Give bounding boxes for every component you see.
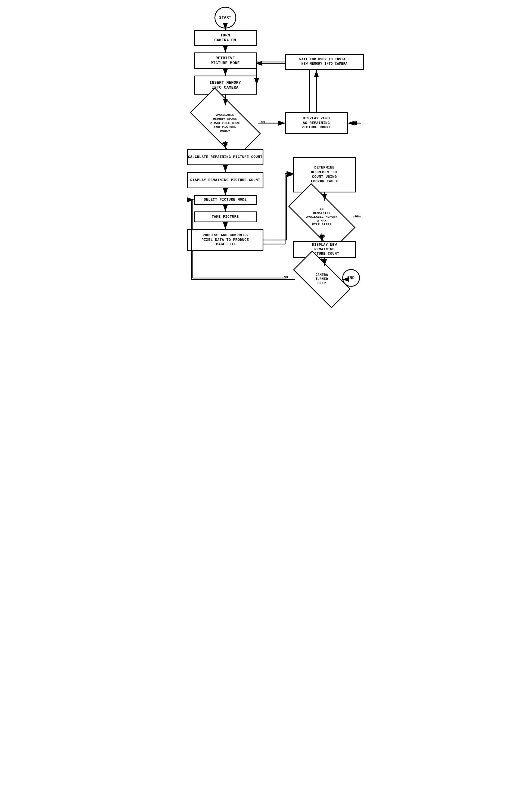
select-picture-mode-label: SELECT PICTURE MODE <box>204 197 247 202</box>
retrieve-picture-box: RETRIEVE PICTURE MODE <box>194 53 256 69</box>
is-remaining-diamond: ISREMAININGAVAILABLE MEMORY≥ MAXFILE SIZ… <box>291 201 353 233</box>
display-zero-box: DISPLAY ZERO AS REMAINING PICTURE COUNT <box>285 112 348 134</box>
display-zero-label: DISPLAY ZERO AS REMAINING PICTURE COUNT <box>302 116 331 130</box>
retrieve-picture-label: RETRIEVE PICTURE MODE <box>211 56 240 65</box>
display-new-remaining-box: DISPLAY NEWREMAININGPICTURE COUNT <box>293 241 356 258</box>
process-compress-label: PROCESS AND COMPRESSPIXEL DATA TO PRODUC… <box>202 233 249 247</box>
wait-for-user-box: WAIT FOR USER TO INSTALL NEW MEMORY INTO… <box>285 54 364 70</box>
yes-label-2: YES <box>319 234 325 239</box>
insert-memory-box: INSERT MEMORY INTO CAMERA <box>194 76 256 95</box>
end-label: END <box>347 276 355 280</box>
yes-label-1: YES <box>222 142 228 146</box>
available-memory-diamond: AVAILABLEMEMORY SPACE≥ MAX FILE SIZEFOR … <box>193 106 258 141</box>
display-remaining-label: DISPLAY REMAINING PICTURE COUNT <box>190 178 260 183</box>
no-label-3: NO <box>284 275 288 280</box>
available-memory-text: AVAILABLEMEMORY SPACE≥ MAX FILE SIZEFOR … <box>210 113 240 133</box>
take-picture-box: TAKE PICTURE <box>194 211 256 222</box>
wait-for-user-label: WAIT FOR USER TO INSTALL NEW MEMORY INTO… <box>299 58 349 66</box>
turn-camera-box: TURN CAMERA ON <box>194 30 256 46</box>
is-remaining-text: ISREMAININGAVAILABLE MEMORY≥ MAXFILE SIZ… <box>306 207 337 226</box>
take-picture-label: TAKE PICTURE <box>212 215 239 220</box>
camera-turned-off-text: CAMERATURNEDOFF? <box>315 273 328 286</box>
display-remaining-box: DISPLAY REMAINING PICTURE COUNT <box>187 172 263 188</box>
no-label-2: NO <box>355 214 360 218</box>
calculate-remaining-label: CALCULATE REMAINING PICTURE COUNT <box>188 155 263 159</box>
end-node: END <box>342 269 360 287</box>
determine-decrement-box: DETERMINEDECREMENT OFCOUNT USINGLOOKUP T… <box>293 157 356 192</box>
start-node: START <box>214 7 236 28</box>
select-picture-mode-box: SELECT PICTURE MODE <box>194 195 256 205</box>
process-compress-box: PROCESS AND COMPRESSPIXEL DATA TO PRODUC… <box>187 229 263 251</box>
determine-decrement-label: DETERMINEDECREMENT OFCOUNT USINGLOOKUP T… <box>311 166 338 184</box>
no-label-1: NO <box>261 120 265 125</box>
camera-turned-off-diamond: CAMERATURNEDOFF? <box>295 266 349 293</box>
calculate-remaining-box: CALCULATE REMAINING PICTURE COUNT <box>187 149 263 165</box>
turn-camera-label: TURN CAMERA ON <box>214 33 236 43</box>
flowchart: START TURN CAMERA ON RETRIEVE PICTURE MO… <box>171 5 361 291</box>
start-label: START <box>219 16 231 20</box>
